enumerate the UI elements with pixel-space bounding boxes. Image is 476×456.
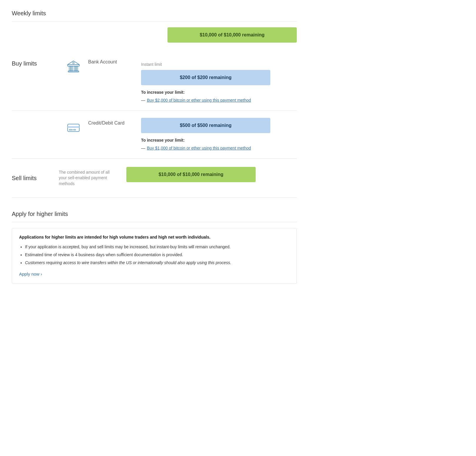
svg-rect-4 [76, 66, 78, 71]
bank-account-block: Buy limits Bank Account Insta [12, 50, 297, 111]
svg-rect-9 [68, 126, 79, 128]
apply-info-list: If your application is accepted, buy and… [19, 244, 289, 266]
sell-limits-description: The combined amount of all your sell-ena… [59, 170, 118, 187]
buy-global-limit-bar: $10,000 of $10,000 remaining [167, 27, 297, 43]
apply-info-bold: Applications for higher limits are inten… [19, 234, 289, 240]
bank-dash-prefix: — [141, 97, 145, 103]
bank-account-name: Bank Account [88, 59, 117, 64]
weekly-limits-title: Weekly limits [12, 9, 297, 21]
sell-limits-area: Sell limits The combined amount of all y… [12, 159, 297, 198]
buy-limits-label-2: Buy limits [12, 118, 59, 129]
svg-rect-1 [69, 66, 71, 71]
bank-icon [65, 58, 82, 76]
bank-increase-row: — Buy $2,000 of bitcoin or ether using t… [141, 97, 297, 103]
apply-section-title: Apply for higher limits [12, 209, 297, 222]
svg-rect-11 [73, 129, 76, 130]
bank-account-limits: Instant limit $200 of $200 remaining To … [141, 57, 297, 103]
card-icon [65, 119, 82, 137]
weekly-limits-section: Weekly limits $10,000 of $10,000 remaini… [12, 9, 297, 198]
sell-limits-label: Sell limits [12, 174, 59, 182]
apply-now-button[interactable]: Apply now › [19, 271, 42, 276]
sell-limit-bar-container: $10,000 of $10,000 remaining [126, 167, 297, 189]
svg-rect-10 [69, 129, 73, 130]
credit-debit-increase-row: — Buy $1,000 of bitcoin or ether using t… [141, 145, 297, 151]
sell-limits-row: Sell limits The combined amount of all y… [12, 167, 297, 189]
apply-bullet-2: Estimated time of review is 4 business d… [25, 252, 289, 258]
apply-section: Apply for higher limits Applications for… [12, 209, 297, 284]
instant-limit-label: Instant limit [141, 61, 297, 68]
bank-increase-label: To increase your limit: [141, 89, 297, 95]
credit-debit-increase-link[interactable]: Buy $1,000 of bitcoin or ether using thi… [147, 145, 251, 151]
credit-debit-block: Buy limits Credit/Debit Card $500 of $50… [12, 111, 297, 158]
svg-rect-2 [71, 66, 73, 71]
svg-rect-3 [74, 66, 76, 71]
credit-debit-bar: $500 of $500 remaining [141, 118, 270, 133]
credit-debit-name: Credit/Debit Card [88, 120, 125, 125]
credit-debit-increase-label: To increase your limit: [141, 137, 297, 143]
apply-info-box: Applications for higher limits are inten… [12, 228, 297, 284]
buy-limits-area: $10,000 of $10,000 remaining Buy limits [12, 21, 297, 159]
bank-increase-link[interactable]: Buy $2,000 of bitcoin or ether using thi… [147, 97, 251, 103]
svg-marker-6 [68, 61, 79, 65]
credit-debit-info: Credit/Debit Card [88, 118, 135, 127]
global-bar-container: $10,000 of $10,000 remaining [167, 27, 297, 50]
svg-point-7 [73, 62, 74, 64]
credit-debit-dash-prefix: — [141, 145, 145, 151]
bank-account-info: Bank Account [88, 57, 135, 66]
credit-debit-limits: $500 of $500 remaining To increase your … [141, 118, 297, 151]
global-limit-row: $10,000 of $10,000 remaining [12, 21, 297, 50]
bank-instant-limit-bar: $200 of $200 remaining [141, 70, 270, 85]
buy-limits-label: Buy limits [12, 57, 59, 68]
apply-bullet-1: If your application is accepted, buy and… [25, 244, 289, 250]
apply-bullet-3: Customers requiring access to wire trans… [25, 260, 289, 266]
sell-limit-bar: $10,000 of $10,000 remaining [126, 167, 256, 182]
